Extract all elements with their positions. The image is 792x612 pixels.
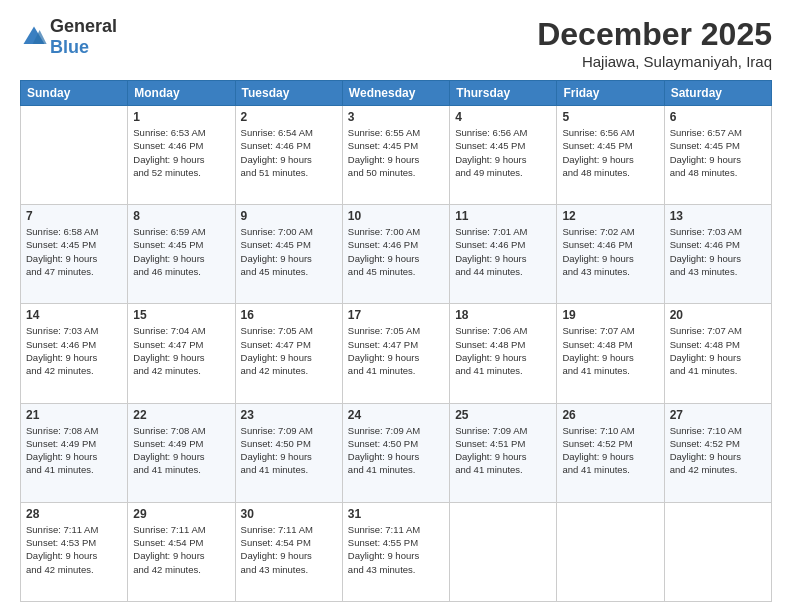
calendar-cell: 9Sunrise: 7:00 AM Sunset: 4:45 PM Daylig… (235, 205, 342, 304)
day-number: 27 (670, 408, 766, 422)
day-number: 3 (348, 110, 444, 124)
month-title: December 2025 (537, 16, 772, 53)
day-info: Sunrise: 7:11 AM Sunset: 4:55 PM Dayligh… (348, 523, 444, 576)
calendar-cell: 15Sunrise: 7:04 AM Sunset: 4:47 PM Dayli… (128, 304, 235, 403)
day-info: Sunrise: 7:09 AM Sunset: 4:50 PM Dayligh… (348, 424, 444, 477)
day-number: 29 (133, 507, 229, 521)
logo-icon (20, 23, 48, 51)
calendar-cell: 14Sunrise: 7:03 AM Sunset: 4:46 PM Dayli… (21, 304, 128, 403)
day-number: 12 (562, 209, 658, 223)
calendar-cell: 13Sunrise: 7:03 AM Sunset: 4:46 PM Dayli… (664, 205, 771, 304)
weekday-header-tuesday: Tuesday (235, 81, 342, 106)
calendar-cell: 11Sunrise: 7:01 AM Sunset: 4:46 PM Dayli… (450, 205, 557, 304)
day-info: Sunrise: 7:05 AM Sunset: 4:47 PM Dayligh… (241, 324, 337, 377)
calendar-cell: 6Sunrise: 6:57 AM Sunset: 4:45 PM Daylig… (664, 106, 771, 205)
day-number: 17 (348, 308, 444, 322)
calendar-cell: 20Sunrise: 7:07 AM Sunset: 4:48 PM Dayli… (664, 304, 771, 403)
day-number: 21 (26, 408, 122, 422)
day-info: Sunrise: 7:08 AM Sunset: 4:49 PM Dayligh… (26, 424, 122, 477)
day-info: Sunrise: 7:03 AM Sunset: 4:46 PM Dayligh… (670, 225, 766, 278)
day-info: Sunrise: 6:56 AM Sunset: 4:45 PM Dayligh… (455, 126, 551, 179)
calendar-cell: 19Sunrise: 7:07 AM Sunset: 4:48 PM Dayli… (557, 304, 664, 403)
day-info: Sunrise: 7:00 AM Sunset: 4:46 PM Dayligh… (348, 225, 444, 278)
calendar-cell: 28Sunrise: 7:11 AM Sunset: 4:53 PM Dayli… (21, 502, 128, 601)
day-number: 14 (26, 308, 122, 322)
calendar-cell: 17Sunrise: 7:05 AM Sunset: 4:47 PM Dayli… (342, 304, 449, 403)
calendar-cell: 1Sunrise: 6:53 AM Sunset: 4:46 PM Daylig… (128, 106, 235, 205)
day-info: Sunrise: 6:55 AM Sunset: 4:45 PM Dayligh… (348, 126, 444, 179)
calendar-cell: 2Sunrise: 6:54 AM Sunset: 4:46 PM Daylig… (235, 106, 342, 205)
day-number: 19 (562, 308, 658, 322)
day-info: Sunrise: 6:59 AM Sunset: 4:45 PM Dayligh… (133, 225, 229, 278)
calendar-cell: 8Sunrise: 6:59 AM Sunset: 4:45 PM Daylig… (128, 205, 235, 304)
calendar-cell (557, 502, 664, 601)
weekday-header-sunday: Sunday (21, 81, 128, 106)
day-number: 16 (241, 308, 337, 322)
day-number: 24 (348, 408, 444, 422)
calendar-cell (21, 106, 128, 205)
day-info: Sunrise: 7:08 AM Sunset: 4:49 PM Dayligh… (133, 424, 229, 477)
day-info: Sunrise: 7:05 AM Sunset: 4:47 PM Dayligh… (348, 324, 444, 377)
day-number: 26 (562, 408, 658, 422)
week-row-0: 1Sunrise: 6:53 AM Sunset: 4:46 PM Daylig… (21, 106, 772, 205)
calendar-cell (450, 502, 557, 601)
day-info: Sunrise: 7:09 AM Sunset: 4:51 PM Dayligh… (455, 424, 551, 477)
logo: General Blue (20, 16, 117, 58)
day-number: 7 (26, 209, 122, 223)
week-row-1: 7Sunrise: 6:58 AM Sunset: 4:45 PM Daylig… (21, 205, 772, 304)
day-info: Sunrise: 6:58 AM Sunset: 4:45 PM Dayligh… (26, 225, 122, 278)
day-info: Sunrise: 7:01 AM Sunset: 4:46 PM Dayligh… (455, 225, 551, 278)
weekday-header-row: SundayMondayTuesdayWednesdayThursdayFrid… (21, 81, 772, 106)
calendar-cell: 21Sunrise: 7:08 AM Sunset: 4:49 PM Dayli… (21, 403, 128, 502)
day-number: 30 (241, 507, 337, 521)
calendar-cell: 27Sunrise: 7:10 AM Sunset: 4:52 PM Dayli… (664, 403, 771, 502)
calendar-cell: 4Sunrise: 6:56 AM Sunset: 4:45 PM Daylig… (450, 106, 557, 205)
weekday-header-saturday: Saturday (664, 81, 771, 106)
day-number: 28 (26, 507, 122, 521)
day-info: Sunrise: 7:00 AM Sunset: 4:45 PM Dayligh… (241, 225, 337, 278)
day-info: Sunrise: 6:54 AM Sunset: 4:46 PM Dayligh… (241, 126, 337, 179)
weekday-header-wednesday: Wednesday (342, 81, 449, 106)
day-number: 20 (670, 308, 766, 322)
day-info: Sunrise: 7:11 AM Sunset: 4:54 PM Dayligh… (133, 523, 229, 576)
calendar-cell: 3Sunrise: 6:55 AM Sunset: 4:45 PM Daylig… (342, 106, 449, 205)
day-info: Sunrise: 6:57 AM Sunset: 4:45 PM Dayligh… (670, 126, 766, 179)
day-info: Sunrise: 7:11 AM Sunset: 4:53 PM Dayligh… (26, 523, 122, 576)
page: General Blue December 2025 Hajiawa, Sula… (0, 0, 792, 612)
calendar-cell: 23Sunrise: 7:09 AM Sunset: 4:50 PM Dayli… (235, 403, 342, 502)
title-section: December 2025 Hajiawa, Sulaymaniyah, Ira… (537, 16, 772, 70)
weekday-header-monday: Monday (128, 81, 235, 106)
calendar-cell: 29Sunrise: 7:11 AM Sunset: 4:54 PM Dayli… (128, 502, 235, 601)
calendar-cell: 24Sunrise: 7:09 AM Sunset: 4:50 PM Dayli… (342, 403, 449, 502)
day-number: 31 (348, 507, 444, 521)
calendar-cell: 5Sunrise: 6:56 AM Sunset: 4:45 PM Daylig… (557, 106, 664, 205)
day-info: Sunrise: 7:04 AM Sunset: 4:47 PM Dayligh… (133, 324, 229, 377)
weekday-header-friday: Friday (557, 81, 664, 106)
day-info: Sunrise: 7:07 AM Sunset: 4:48 PM Dayligh… (670, 324, 766, 377)
calendar-cell: 12Sunrise: 7:02 AM Sunset: 4:46 PM Dayli… (557, 205, 664, 304)
day-info: Sunrise: 7:10 AM Sunset: 4:52 PM Dayligh… (670, 424, 766, 477)
day-info: Sunrise: 7:02 AM Sunset: 4:46 PM Dayligh… (562, 225, 658, 278)
calendar-cell (664, 502, 771, 601)
location-title: Hajiawa, Sulaymaniyah, Iraq (537, 53, 772, 70)
day-info: Sunrise: 7:09 AM Sunset: 4:50 PM Dayligh… (241, 424, 337, 477)
day-number: 5 (562, 110, 658, 124)
day-number: 22 (133, 408, 229, 422)
calendar-cell: 30Sunrise: 7:11 AM Sunset: 4:54 PM Dayli… (235, 502, 342, 601)
day-number: 4 (455, 110, 551, 124)
calendar-cell: 31Sunrise: 7:11 AM Sunset: 4:55 PM Dayli… (342, 502, 449, 601)
day-info: Sunrise: 6:53 AM Sunset: 4:46 PM Dayligh… (133, 126, 229, 179)
day-info: Sunrise: 7:11 AM Sunset: 4:54 PM Dayligh… (241, 523, 337, 576)
day-number: 13 (670, 209, 766, 223)
day-number: 10 (348, 209, 444, 223)
calendar-cell: 16Sunrise: 7:05 AM Sunset: 4:47 PM Dayli… (235, 304, 342, 403)
calendar-table: SundayMondayTuesdayWednesdayThursdayFrid… (20, 80, 772, 602)
day-number: 8 (133, 209, 229, 223)
calendar-cell: 10Sunrise: 7:00 AM Sunset: 4:46 PM Dayli… (342, 205, 449, 304)
day-number: 11 (455, 209, 551, 223)
day-number: 6 (670, 110, 766, 124)
calendar-cell: 22Sunrise: 7:08 AM Sunset: 4:49 PM Dayli… (128, 403, 235, 502)
logo-blue: Blue (50, 37, 89, 57)
day-number: 23 (241, 408, 337, 422)
calendar-cell: 7Sunrise: 6:58 AM Sunset: 4:45 PM Daylig… (21, 205, 128, 304)
